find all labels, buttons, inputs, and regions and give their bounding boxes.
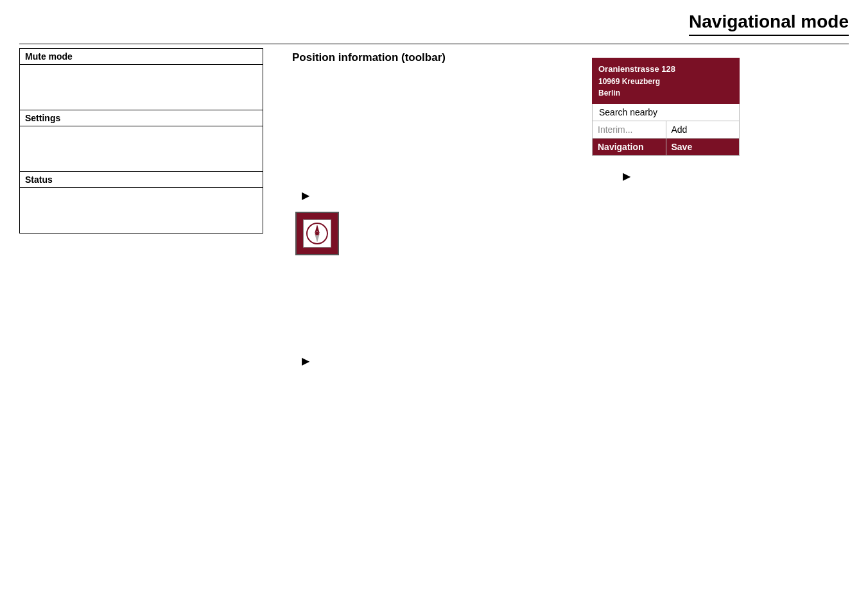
title-divider bbox=[19, 44, 849, 44]
svg-point-3 bbox=[315, 232, 319, 235]
mute-mode-label: Mute mode bbox=[20, 49, 263, 65]
navigation-save-row: Navigation Save bbox=[592, 139, 740, 156]
status-label: Status bbox=[20, 172, 263, 188]
settings-content bbox=[20, 126, 263, 171]
settings-section: Settings bbox=[19, 110, 263, 172]
mute-mode-content bbox=[20, 65, 263, 110]
map-icon-inner bbox=[303, 219, 331, 248]
address-line1: Oranienstrasse 128 bbox=[598, 63, 733, 76]
add-button[interactable]: Add bbox=[666, 121, 740, 138]
right-panel-arrow: ▶ bbox=[623, 170, 630, 182]
navigation-button[interactable]: Navigation bbox=[593, 139, 666, 155]
left-panel: Mute mode Settings Status bbox=[19, 48, 263, 234]
compass-icon bbox=[305, 221, 329, 246]
status-content bbox=[20, 188, 263, 233]
settings-label: Settings bbox=[20, 110, 263, 126]
page-title: Navigational mode bbox=[689, 12, 849, 36]
interim-add-row: Interim... Add bbox=[592, 121, 740, 139]
status-section: Status bbox=[19, 171, 263, 234]
right-panel: Oranienstrasse 128 10969 Kreuzberg Berli… bbox=[592, 58, 740, 156]
save-button[interactable]: Save bbox=[666, 139, 740, 155]
mute-mode-section: Mute mode bbox=[19, 48, 263, 110]
interim-button[interactable]: Interim... bbox=[593, 121, 666, 138]
middle-arrow-2: ▶ bbox=[302, 355, 309, 367]
search-nearby-button[interactable]: Search nearby bbox=[592, 104, 740, 121]
address-line2: 10969 Kreuzberg bbox=[598, 76, 733, 87]
position-info-label: Position information (toolbar) bbox=[292, 51, 446, 64]
map-icon-container[interactable] bbox=[295, 212, 339, 255]
address-box: Oranienstrasse 128 10969 Kreuzberg Berli… bbox=[592, 58, 740, 104]
address-line3: Berlin bbox=[598, 87, 733, 99]
middle-arrow-1: ▶ bbox=[302, 189, 309, 201]
middle-panel-title: Position information (toolbar) bbox=[292, 51, 446, 64]
